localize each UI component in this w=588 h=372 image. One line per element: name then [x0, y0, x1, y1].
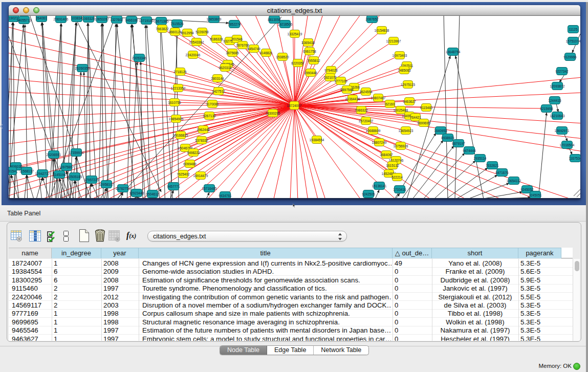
svg-text:15751074: 15751074: [566, 39, 580, 43]
svg-text:14055713: 14055713: [17, 18, 32, 22]
svg-text:9457771: 9457771: [167, 185, 180, 188]
svg-text:19384554: 19384554: [310, 138, 324, 142]
svg-text:9129966: 9129966: [563, 55, 577, 59]
svg-text:11125: 11125: [569, 28, 577, 31]
svg-text:522214: 522214: [391, 176, 403, 179]
svg-text:18300295: 18300295: [266, 112, 280, 115]
svg-text:9146821: 9146821: [259, 51, 273, 55]
svg-text:3170081: 3170081: [206, 102, 219, 106]
svg-text:1990448: 1990448: [304, 71, 317, 75]
svg-text:21364436: 21364436: [345, 97, 360, 101]
svg-text:2718126: 2718126: [173, 70, 187, 74]
svg-text:10653287: 10653287: [95, 17, 110, 21]
svg-text:16782759: 16782759: [116, 187, 130, 190]
svg-text:12923448: 12923448: [129, 191, 144, 195]
svg-text:10756928: 10756928: [394, 144, 408, 148]
svg-text:2087652: 2087652: [365, 17, 379, 21]
svg-text:16853809: 16853809: [207, 17, 222, 21]
svg-text:12213967: 12213967: [386, 39, 401, 43]
svg-text:10025488: 10025488: [394, 108, 408, 112]
svg-text:8813054: 8813054: [268, 18, 281, 21]
svg-text:9245052: 9245052: [520, 188, 534, 191]
svg-text:8215958: 8215958: [540, 107, 553, 111]
svg-text:15692971: 15692971: [555, 129, 570, 133]
svg-text:26260350: 26260350: [75, 67, 90, 70]
svg-text:8220357: 8220357: [291, 61, 304, 65]
svg-text:10975867: 10975867: [59, 165, 74, 169]
svg-text:9474444: 9474444: [463, 149, 476, 152]
svg-text:17359934: 17359934: [69, 151, 84, 155]
svg-text:1962448: 1962448: [197, 128, 210, 132]
svg-text:1640953: 1640953: [434, 129, 447, 133]
svg-text:12942737: 12942737: [35, 172, 50, 176]
svg-text:3267130: 3267130: [203, 114, 216, 118]
svg-text:18724007: 18724007: [287, 104, 302, 107]
svg-text:19166825: 19166825: [173, 134, 188, 137]
svg-text:1065320: 1065320: [82, 17, 95, 20]
svg-text:7852274: 7852274: [228, 23, 241, 26]
svg-text:15720407: 15720407: [359, 119, 374, 123]
svg-text:8938923: 8938923: [441, 136, 454, 140]
svg-text:8186328: 8186328: [210, 37, 223, 41]
svg-text:1327602: 1327602: [110, 18, 123, 21]
svg-text:3624554: 3624554: [359, 90, 373, 94]
svg-text:1538520: 1538520: [276, 55, 289, 59]
svg-text:7955812: 7955812: [307, 59, 320, 62]
svg-text:7625402: 7625402: [177, 172, 190, 176]
svg-text:16648754: 16648754: [446, 50, 461, 54]
svg-text:17016504: 17016504: [560, 143, 575, 147]
svg-text:15716485: 15716485: [202, 187, 217, 190]
svg-text:15136141: 15136141: [372, 184, 387, 188]
svg-text:16210643: 16210643: [550, 114, 565, 118]
svg-text:6099489: 6099489: [183, 162, 197, 166]
svg-text:19854905: 19854905: [169, 117, 184, 121]
svg-text:12505185: 12505185: [68, 175, 82, 179]
svg-text:19218506: 19218506: [278, 23, 293, 26]
svg-text:5378332: 5378332: [195, 139, 208, 142]
svg-text:10958107: 10958107: [99, 183, 114, 186]
svg-text:9498222: 9498222: [187, 151, 200, 155]
svg-text:12975115: 12975115: [401, 83, 416, 86]
svg-text:8454749: 8454749: [247, 47, 260, 51]
svg-text:1615132: 1615132: [386, 164, 399, 167]
svg-text:7515526: 7515526: [170, 22, 184, 26]
svg-text:22420046: 22420046: [186, 53, 201, 57]
svg-text:7485063: 7485063: [398, 69, 411, 72]
svg-text:20053346: 20053346: [132, 56, 147, 60]
svg-text:264061: 264061: [36, 16, 47, 20]
svg-text:9463627: 9463627: [403, 100, 416, 103]
svg-text:3684067: 3684067: [380, 153, 393, 157]
svg-text:9794028: 9794028: [324, 69, 338, 72]
svg-text:18807249: 18807249: [372, 141, 387, 144]
svg-text:20206551: 20206551: [47, 153, 61, 157]
svg-text:9227342: 9227342: [555, 70, 569, 73]
svg-text:9777109: 9777109: [334, 79, 347, 83]
svg-text:10719185: 10719185: [139, 19, 154, 23]
svg-text:6879197: 6879197: [452, 142, 465, 145]
svg-text:1365410: 1365410: [301, 41, 315, 45]
svg-text:1244415: 1244415: [548, 99, 561, 102]
svg-text:3875685: 3875685: [226, 51, 239, 55]
svg-text:9466160: 9466160: [125, 18, 138, 22]
svg-text:9242505: 9242505: [362, 192, 375, 196]
svg-text:103834: 103834: [71, 16, 82, 20]
svg-text:1167534: 1167534: [569, 157, 580, 160]
svg-text:13654923: 13654923: [399, 129, 413, 133]
svg-text:2803144: 2803144: [211, 77, 224, 80]
svg-text:13325419: 13325419: [288, 32, 302, 36]
svg-text:9699695: 9699695: [417, 121, 430, 125]
svg-text:10688609: 10688609: [366, 129, 381, 133]
svg-text:201546: 201546: [231, 37, 243, 41]
svg-text:9434761: 9434761: [219, 194, 232, 198]
svg-text:12093872: 12093872: [550, 84, 565, 88]
svg-text:10543362: 10543362: [189, 40, 204, 44]
svg-text:17957225: 17957225: [84, 178, 99, 182]
svg-text:10654112: 10654112: [507, 179, 521, 183]
svg-text:9427512: 9427512: [212, 90, 225, 93]
svg-text:2935114: 2935114: [474, 157, 487, 160]
svg-text:5226058: 5226058: [195, 30, 209, 34]
svg-text:1610755: 1610755: [168, 101, 181, 104]
svg-text:10154838: 10154838: [375, 29, 389, 32]
svg-text:9245051: 9245051: [529, 193, 542, 197]
svg-text:10973403: 10973403: [393, 54, 407, 57]
